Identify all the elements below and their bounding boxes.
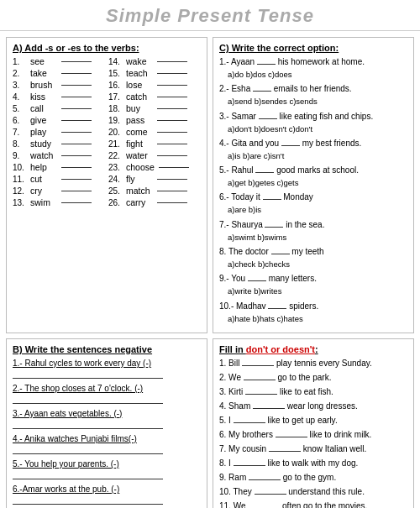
verb-blank[interactable] (61, 132, 92, 133)
verb-blank[interactable] (157, 155, 187, 156)
verb-blank[interactable] (157, 144, 187, 144)
correct-options[interactable]: a)send b)sendes c)sends (228, 96, 407, 107)
correct-options[interactable]: a)get b)getes c)gets (228, 177, 407, 188)
fill-in-colon: : (315, 344, 318, 354)
verb-num: 14. (108, 57, 123, 66)
verb-blank[interactable] (157, 61, 187, 62)
verb-num: 2. (13, 69, 28, 78)
verb-blank[interactable] (157, 97, 187, 97)
correct-options[interactable]: a)is b)are c)isn't (228, 150, 407, 161)
fill-rest: wear long dresses. (285, 401, 358, 411)
correct-item: 6.- Today it Mondaya)are b)is (219, 191, 407, 215)
correct-blank[interactable] (271, 254, 290, 254)
verb-blank[interactable] (157, 179, 187, 180)
verb-word: study (30, 139, 57, 149)
fill-rest: like to get up early. (265, 416, 338, 425)
fill-num: 10. They (219, 487, 255, 496)
verb-num: 20. (108, 128, 123, 137)
fill-blank[interactable] (253, 408, 285, 409)
correct-options[interactable]: a)swimt b)swims (228, 232, 407, 243)
sentence-item: 1.- Rahul cycles to work every day (-) (13, 358, 201, 379)
verb-item: 26.carry (108, 197, 201, 207)
verb-word: see (30, 56, 57, 66)
verb-blank[interactable] (157, 132, 187, 133)
verb-blank[interactable] (61, 179, 92, 180)
correct-options[interactable]: a)check b)checks (228, 259, 407, 270)
section-d-title: Fill in don't or doesn't: (219, 344, 407, 354)
correct-blank[interactable] (265, 227, 283, 228)
fill-blank[interactable] (244, 380, 276, 380)
verb-blank[interactable] (61, 167, 92, 168)
answer-line[interactable] (13, 421, 163, 429)
correct-blank[interactable] (281, 145, 300, 146)
correct-blank[interactable] (248, 280, 266, 281)
verb-item: 8.study (13, 139, 105, 149)
correct-blank[interactable] (253, 91, 271, 92)
verb-num: 5. (13, 104, 28, 113)
correct-options[interactable]: a)don't b)doesn't c)don't (228, 123, 407, 134)
verb-blank[interactable] (61, 155, 92, 156)
section-d: Fill in don't or doesn't: 1. Bill play t… (213, 338, 414, 508)
verb-word: kiss (30, 92, 57, 102)
fill-num: 8. I (219, 458, 234, 468)
verb-blank[interactable] (159, 167, 189, 168)
fill-blank[interactable] (234, 465, 265, 466)
verb-blank[interactable] (61, 97, 92, 97)
correct-blank[interactable] (259, 118, 277, 119)
correct-options[interactable]: a)write b)writes (228, 285, 407, 296)
verb-item: 23.choose (108, 162, 201, 172)
verb-blank[interactable] (61, 144, 92, 144)
verb-blank[interactable] (157, 202, 187, 203)
fill-blank[interactable] (269, 451, 301, 452)
sentence-text: 2.- The shop closes at 7 o'clock. (-) (13, 384, 143, 393)
verb-blank[interactable] (157, 108, 187, 109)
verb-blank[interactable] (61, 202, 92, 203)
correct-blank[interactable] (257, 64, 276, 65)
fill-blank[interactable] (242, 365, 274, 366)
fill-blank[interactable] (245, 394, 277, 395)
correct-options[interactable]: a)do b)dos c)does (228, 69, 407, 80)
verb-blank[interactable] (157, 73, 187, 74)
fill-blank[interactable] (234, 422, 265, 423)
verb-item: 18.buy (108, 103, 201, 113)
fill-num: 11. We (219, 501, 248, 508)
fill-blank[interactable] (276, 437, 307, 437)
fill-item: 3. Kirti like to eat fish. (219, 386, 407, 398)
content-grid: A) Add -s or -es to the verbs: 1.see14.w… (0, 31, 420, 508)
verb-blank[interactable] (157, 85, 187, 86)
section-c-title: C) Write the correct option: (219, 43, 407, 53)
verb-num: 7. (13, 128, 28, 137)
answer-line[interactable] (13, 471, 163, 479)
verb-blank[interactable] (157, 120, 187, 121)
verb-word: lose (126, 80, 153, 90)
answer-line[interactable] (13, 446, 163, 454)
correct-options[interactable]: a)hate b)hats c)hates (228, 313, 407, 324)
correct-blank[interactable] (255, 172, 274, 173)
verb-word: fly (126, 174, 153, 184)
verb-blank[interactable] (61, 73, 92, 74)
fill-item: 9. Ram go to the gym. (219, 472, 407, 484)
verb-blank[interactable] (61, 191, 92, 191)
verb-word: cut (30, 174, 57, 184)
correct-options[interactable]: a)are b)is (228, 204, 407, 215)
answer-line[interactable] (13, 370, 163, 379)
sentence-text: 5.- You help your parents. (-) (13, 459, 119, 469)
verb-blank[interactable] (61, 108, 92, 109)
fill-blank[interactable] (249, 479, 281, 480)
correct-rest: my teeth (290, 247, 324, 256)
fill-rest: like to walk with my dog. (265, 458, 359, 468)
verb-list: 1.see14.wake2.take15.teach3.brush16.lose… (13, 56, 201, 208)
verb-blank[interactable] (61, 61, 92, 62)
correct-blank[interactable] (268, 308, 286, 309)
verb-blank[interactable] (61, 120, 92, 121)
verb-blank[interactable] (61, 85, 92, 86)
verb-word: wake (126, 56, 153, 66)
fill-rest: go to the gym. (281, 473, 336, 482)
verb-word: catch (126, 92, 153, 102)
correct-blank[interactable] (263, 199, 281, 200)
answer-line[interactable] (13, 395, 163, 404)
answer-line[interactable] (13, 496, 163, 505)
fill-blank[interactable] (255, 494, 286, 495)
verb-item: 21.fight (108, 139, 201, 149)
verb-blank[interactable] (157, 191, 187, 191)
